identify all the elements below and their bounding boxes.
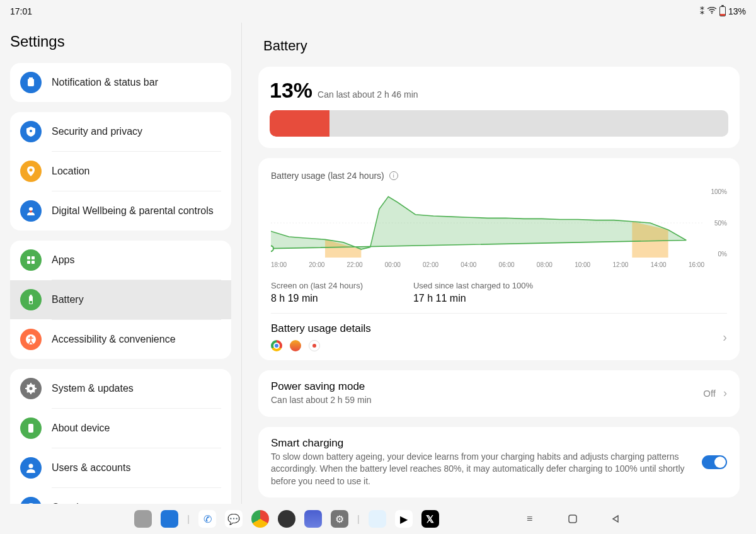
battery-estimate: Can last about 2 h 46 min bbox=[318, 89, 418, 99]
svg-rect-2 bbox=[29, 77, 33, 79]
chevron-right-icon: › bbox=[723, 387, 727, 400]
sidebar-item-location[interactable]: Location bbox=[10, 152, 231, 191]
sidebar-item-label: System & updates bbox=[52, 383, 134, 394]
svg-point-5 bbox=[29, 207, 33, 211]
battery-bar-fill bbox=[270, 110, 329, 137]
screen-on-label: Screen on (last 24 hours) bbox=[271, 281, 363, 290]
users-icon bbox=[20, 457, 42, 479]
weather-icon[interactable] bbox=[304, 510, 322, 528]
battery-bar bbox=[270, 110, 728, 137]
sidebar-item-about-device[interactable]: About device bbox=[10, 409, 231, 448]
battery-percentage: 13% bbox=[270, 78, 312, 103]
since-charge-stat: Used since last charged to 100% 17 h 11 … bbox=[413, 281, 533, 304]
sidebar-item-label: Security and privacy bbox=[52, 126, 142, 137]
sidebar-item-label: Accessibility & convenience bbox=[52, 334, 176, 345]
sidebar-item-notification-status-bar[interactable]: Notification & status bar bbox=[10, 63, 231, 102]
since-charge-label: Used since last charged to 100% bbox=[413, 281, 533, 290]
details-title: Battery usage details bbox=[271, 322, 371, 335]
chrome-app-icon bbox=[271, 340, 282, 351]
power-saving-sub: Can last about 2 h 59 min bbox=[271, 394, 696, 407]
battery-chart-card: Battery usage (last 24 hours) i 100%50%0… bbox=[258, 158, 740, 360]
location-icon bbox=[20, 161, 42, 182]
screen-on-stat: Screen on (last 24 hours) 8 h 19 min bbox=[271, 281, 363, 304]
sidebar-item-apps[interactable]: Apps bbox=[10, 241, 231, 280]
smart-charging-row[interactable]: Smart charging To slow down battery agei… bbox=[258, 427, 740, 498]
sidebar-item-label: Apps bbox=[52, 254, 74, 266]
page-title: Settings bbox=[10, 23, 231, 63]
wellbeing-icon bbox=[20, 200, 42, 222]
battery-status-icon bbox=[719, 6, 726, 16]
svg-rect-9 bbox=[32, 261, 35, 264]
messages-icon[interactable]: 💬 bbox=[225, 510, 243, 528]
battery-percent-status: 13% bbox=[728, 6, 746, 16]
chart-x-labels: 18:0020:0022:0000:0002:0004:0006:0008:00… bbox=[271, 258, 727, 268]
status-time: 17:01 bbox=[10, 6, 32, 16]
app-drawer-icon[interactable] bbox=[134, 510, 152, 528]
smart-charging-title: Smart charging bbox=[271, 437, 694, 450]
sidebar-item-system-updates[interactable]: System & updates bbox=[10, 369, 231, 408]
svg-point-18 bbox=[29, 464, 33, 469]
svg-point-0 bbox=[711, 13, 713, 14]
svg-rect-7 bbox=[32, 256, 35, 259]
sidebar-item-users-accounts[interactable]: Users & accounts bbox=[10, 448, 231, 487]
accessibility-icon bbox=[20, 329, 42, 350]
power-saving-title: Power saving mode bbox=[271, 380, 696, 393]
apps-icon bbox=[20, 249, 42, 271]
smart-charging-sub: To slow down battery ageing, your device… bbox=[271, 451, 694, 488]
camera-icon[interactable] bbox=[278, 510, 295, 528]
sidebar-item-label: Users & accounts bbox=[52, 462, 130, 474]
files-icon[interactable] bbox=[161, 510, 178, 528]
chart-title: Battery usage (last 24 hours) bbox=[271, 171, 384, 181]
sidebar-item-label: Battery bbox=[52, 294, 84, 305]
notification-icon bbox=[20, 72, 42, 93]
svg-rect-17 bbox=[28, 424, 33, 433]
screen-on-value: 8 h 19 min bbox=[271, 293, 363, 304]
status-icons: ⁑ 13% bbox=[700, 6, 746, 16]
sidebar-item-label: Digital Wellbeing & parental controls bbox=[52, 205, 214, 217]
power-saving-row[interactable]: Power saving mode Can last about 2 h 59 … bbox=[258, 370, 740, 417]
svg-rect-11 bbox=[30, 295, 32, 297]
svg-rect-1 bbox=[28, 79, 34, 86]
battery-summary-card: 13% Can last about 2 h 46 min bbox=[258, 67, 740, 148]
dashboard-icon[interactable] bbox=[369, 510, 386, 528]
x-app-icon[interactable]: 𝕏 bbox=[421, 510, 439, 528]
battery-usage-details-row[interactable]: Battery usage details › bbox=[271, 322, 727, 351]
sidebar-item-accessibility-convenience[interactable]: Accessibility & convenience bbox=[10, 320, 231, 359]
sidebar-item-digital-wellbeing-parental-controls[interactable]: Digital Wellbeing & parental controls bbox=[10, 191, 231, 230]
main-title: Battery bbox=[258, 23, 740, 67]
shield-icon bbox=[20, 121, 42, 142]
nav-menu-button[interactable]: ≡ bbox=[524, 513, 536, 525]
nav-back-button[interactable] bbox=[609, 513, 622, 525]
svg-point-20 bbox=[271, 246, 273, 251]
smart-charging-toggle[interactable] bbox=[702, 455, 727, 469]
battery-chart bbox=[271, 188, 704, 258]
settings-dock-icon[interactable]: ⚙ bbox=[331, 510, 348, 528]
info-icon[interactable]: i bbox=[389, 171, 398, 180]
sidebar-item-label: Notification & status bar bbox=[52, 77, 158, 88]
chart-y-labels: 100%50%0% bbox=[704, 188, 727, 258]
wifi-icon bbox=[707, 6, 717, 16]
sidebar-item-security-and-privacy[interactable]: Security and privacy bbox=[10, 112, 231, 151]
sidebar-item-google[interactable]: Google bbox=[10, 488, 231, 504]
svg-point-4 bbox=[30, 169, 33, 172]
power-saving-state: Off bbox=[703, 388, 716, 399]
svg-rect-12 bbox=[30, 301, 32, 304]
sidebar-item-label: About device bbox=[52, 423, 110, 434]
svg-rect-21 bbox=[569, 515, 576, 523]
phone-icon[interactable]: ✆ bbox=[198, 510, 216, 528]
google-icon bbox=[20, 497, 42, 504]
since-charge-value: 17 h 11 min bbox=[413, 293, 533, 304]
chevron-right-icon: › bbox=[723, 330, 727, 344]
record-app-icon bbox=[309, 340, 320, 351]
bluetooth-icon: ⁑ bbox=[700, 6, 704, 16]
svg-point-14 bbox=[30, 336, 32, 338]
about-icon bbox=[20, 418, 42, 439]
chrome-icon[interactable] bbox=[251, 510, 269, 528]
sidebar-item-battery[interactable]: Battery bbox=[10, 280, 231, 319]
nav-home-button[interactable] bbox=[566, 513, 579, 525]
svg-rect-8 bbox=[27, 261, 30, 264]
play-store-icon[interactable]: ▶ bbox=[395, 510, 413, 528]
svg-point-3 bbox=[30, 130, 32, 132]
swift-app-icon bbox=[290, 340, 301, 351]
battery-icon bbox=[20, 289, 42, 310]
